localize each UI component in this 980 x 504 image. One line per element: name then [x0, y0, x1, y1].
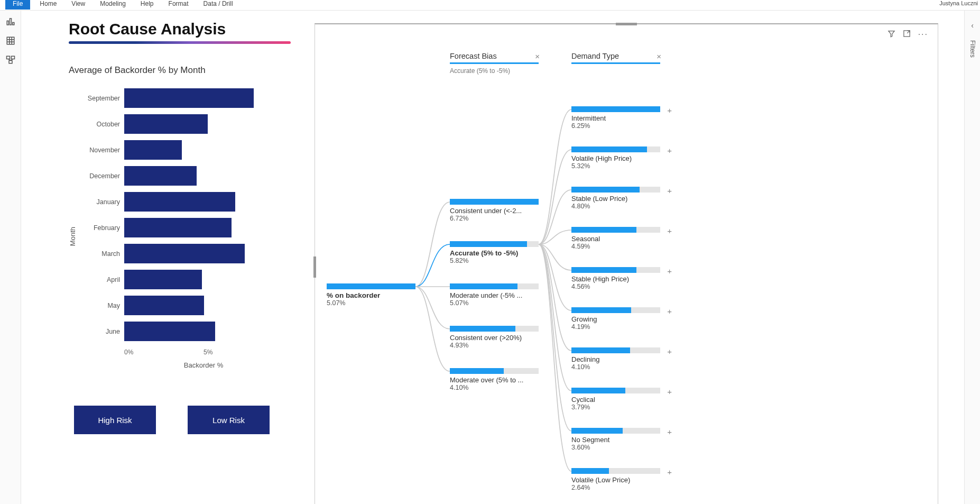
svg-rect-10	[9, 61, 12, 63]
bar-track	[124, 244, 283, 263]
tree-node-label: Intermittent	[571, 114, 660, 122]
tree-node[interactable]: Volatile (Low Price)2.64%+	[571, 468, 660, 491]
bar-fill	[124, 166, 197, 186]
bar-row[interactable]: April	[77, 270, 283, 289]
bar-label: May	[77, 302, 124, 309]
tree-node[interactable]: Declining4.10%+	[571, 347, 660, 371]
bar-label: November	[77, 146, 124, 154]
tree-node-bar	[450, 199, 539, 205]
chart-title: Average of Backorder % by Month	[69, 65, 301, 76]
bar-track	[124, 218, 283, 237]
tree-node-bar	[571, 388, 660, 393]
bar-fill	[124, 114, 208, 134]
bar-fill	[124, 244, 245, 263]
tree-node[interactable]: Cyclical3.79%+	[571, 388, 660, 411]
tree-node-bar	[571, 468, 660, 474]
expand-plus-icon[interactable]: +	[667, 267, 672, 276]
tree-node-bar	[450, 326, 539, 332]
bar-row[interactable]: October	[77, 114, 283, 134]
menu-modeling[interactable]: Modeling	[100, 0, 126, 7]
tree-node-value: 6.72%	[450, 215, 539, 222]
bar-row[interactable]: May	[77, 296, 283, 315]
expand-plus-icon[interactable]: +	[667, 468, 672, 476]
expand-plus-icon[interactable]: +	[667, 226, 672, 235]
tree-node-value: 4.80%	[571, 203, 660, 210]
bar-label: September	[77, 95, 124, 102]
chevron-left-icon[interactable]: ‹	[971, 21, 974, 30]
tree-node-value: 4.19%	[571, 323, 660, 331]
bar-row[interactable]: February	[77, 218, 283, 237]
bar-row[interactable]: November	[77, 140, 283, 160]
expand-plus-icon[interactable]: +	[667, 347, 672, 356]
tree-node[interactable]: Growing4.19%+	[571, 307, 660, 331]
level1-header[interactable]: Forecast Bias × Accurate (5% to -5%)	[450, 52, 539, 75]
tree-node-bar	[571, 106, 660, 112]
bar-track	[124, 296, 283, 315]
tree-node[interactable]: Stable (High Price)4.56%+	[571, 267, 660, 290]
model-view-icon[interactable]	[6, 55, 15, 65]
low-risk-button[interactable]: Low Risk	[188, 406, 270, 434]
level1-close-icon[interactable]: ×	[535, 52, 540, 61]
bar-row[interactable]: March	[77, 244, 283, 263]
tree-node[interactable]: Moderate over (5% to ...4.10%	[450, 368, 539, 391]
report-view-icon[interactable]	[6, 17, 15, 26]
bar-fill	[124, 270, 202, 289]
bar-track	[124, 166, 283, 186]
tree-node-label: Volatile (Low Price)	[571, 476, 660, 484]
expand-plus-icon[interactable]: +	[667, 146, 672, 155]
tree-node[interactable]: No Segment3.60%+	[571, 428, 660, 451]
svg-rect-8	[6, 56, 10, 59]
expand-plus-icon[interactable]: +	[667, 427, 672, 436]
tree-node-bar	[571, 267, 660, 273]
tree-node-label: Stable (High Price)	[571, 275, 660, 283]
tree-node-label: Consistent under (<-2...	[450, 207, 539, 215]
bar-row[interactable]: January	[77, 192, 283, 212]
decomposition-tree: Forecast Bias × Accurate (5% to -5%) Dem…	[315, 24, 938, 504]
expand-plus-icon[interactable]: +	[667, 387, 672, 396]
svg-rect-0	[7, 21, 8, 25]
tree-node-label: Moderate over (5% to ...	[450, 376, 539, 384]
bar-label: April	[77, 276, 124, 283]
filters-pane-collapsed[interactable]: ‹ Filters	[964, 11, 980, 504]
menu-format[interactable]: Format	[169, 0, 189, 7]
bar-fill	[124, 192, 235, 212]
tree-node-value: 5.07%	[450, 299, 539, 307]
tree-node-label: Accurate (5% to -5%)	[450, 249, 539, 257]
bar-label: October	[77, 121, 124, 128]
bar-row[interactable]: September	[77, 88, 283, 108]
decomposition-tree-visual[interactable]: ··· Forecast Bias × Accurate (5% to -5%)…	[315, 23, 938, 504]
bar-row[interactable]: December	[77, 166, 283, 186]
level2-header[interactable]: Demand Type ×	[571, 52, 660, 64]
tree-node-value: 5.82%	[450, 257, 539, 264]
bar-fill	[124, 296, 204, 315]
menu-file[interactable]: File	[5, 0, 30, 10]
tree-node[interactable]: Volatile (High Price)5.32%+	[571, 146, 660, 170]
tree-node[interactable]: Stable (Low Price)4.80%+	[571, 187, 660, 210]
tree-node[interactable]: Accurate (5% to -5%)5.82%	[450, 241, 539, 264]
high-risk-button[interactable]: High Risk	[74, 406, 156, 434]
menu-help[interactable]: Help	[141, 0, 154, 7]
menu-view[interactable]: View	[71, 0, 85, 7]
tree-node[interactable]: Consistent under (<-2...6.72%	[450, 199, 539, 222]
tree-node[interactable]: Moderate under (-5% ...5.07%	[450, 283, 539, 307]
tree-node-label: Volatile (High Price)	[571, 154, 660, 162]
expand-plus-icon[interactable]: +	[667, 307, 672, 316]
bar-fill	[124, 218, 232, 237]
svg-rect-3	[7, 37, 14, 44]
level2-close-icon[interactable]: ×	[657, 52, 661, 61]
x-tick-1: 5%	[204, 349, 283, 356]
tree-node[interactable]: Intermittent6.25%+	[571, 106, 660, 130]
expand-plus-icon[interactable]: +	[667, 106, 672, 115]
expand-plus-icon[interactable]: +	[667, 186, 672, 195]
tree-node-bar	[450, 241, 539, 247]
menu-data-drill[interactable]: Data / Drill	[204, 0, 233, 7]
menu-home[interactable]: Home	[40, 0, 57, 7]
data-view-icon[interactable]	[6, 36, 15, 45]
root-node[interactable]: % on backorder 5.07%	[327, 283, 415, 307]
tree-node-label: No Segment	[571, 436, 660, 444]
bar-label: December	[77, 172, 124, 180]
tree-node[interactable]: Consistent over (>20%)4.93%	[450, 326, 539, 349]
backorder-bar-chart[interactable]: Month SeptemberOctoberNovemberDecemberJa…	[69, 88, 280, 384]
bar-row[interactable]: June	[77, 322, 283, 341]
tree-node[interactable]: Seasonal4.59%+	[571, 227, 660, 250]
